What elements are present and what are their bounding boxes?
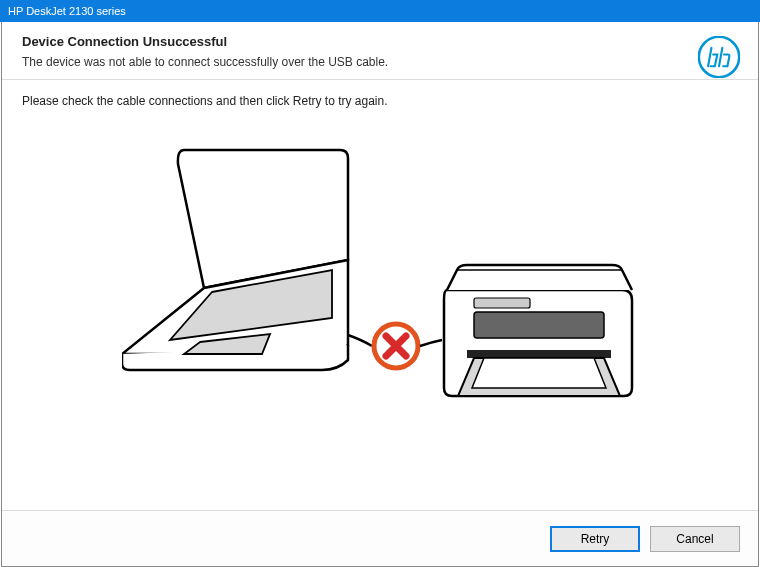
window-title: HP DeskJet 2130 series xyxy=(8,5,126,17)
svg-rect-3 xyxy=(474,298,530,308)
cancel-button[interactable]: Cancel xyxy=(650,526,740,552)
window-titlebar: HP DeskJet 2130 series xyxy=(0,0,760,22)
dialog-container: Device Connection Unsuccessful The devic… xyxy=(1,22,759,567)
instruction-text: Please check the cable connections and t… xyxy=(22,94,738,108)
dialog-content: Please check the cable connections and t… xyxy=(2,80,758,510)
connection-illustration xyxy=(122,140,642,400)
dialog-footer: Retry Cancel xyxy=(2,510,758,566)
svg-point-0 xyxy=(699,37,739,77)
hp-logo-icon xyxy=(698,36,740,78)
svg-rect-4 xyxy=(467,350,611,358)
error-x-icon xyxy=(374,324,418,368)
header-subtitle: The device was not able to connect succe… xyxy=(22,55,738,69)
svg-rect-2 xyxy=(474,312,604,338)
header-title: Device Connection Unsuccessful xyxy=(22,34,738,49)
retry-button[interactable]: Retry xyxy=(550,526,640,552)
printer-icon xyxy=(444,265,632,396)
dialog-header: Device Connection Unsuccessful The devic… xyxy=(2,22,758,80)
laptop-icon xyxy=(122,150,372,370)
